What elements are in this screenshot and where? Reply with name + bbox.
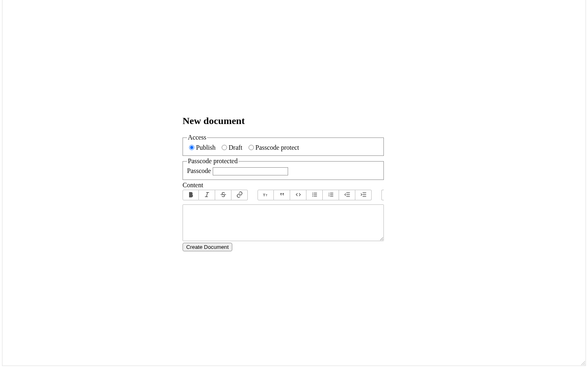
italic-icon xyxy=(203,191,211,200)
radio-passcode-label: Passcode protect xyxy=(255,144,299,151)
svg-text:3: 3 xyxy=(328,195,330,197)
toolbar-overflow[interactable] xyxy=(381,190,384,200)
svg-text:T: T xyxy=(266,193,268,196)
access-option-passcode[interactable]: Passcode protect xyxy=(247,144,299,151)
radio-publish-label: Publish xyxy=(196,144,216,151)
page-title: New document xyxy=(183,115,384,126)
toolbar-group-block: TT 123 xyxy=(258,190,372,200)
link-icon xyxy=(236,191,243,200)
passcode-label: Passcode xyxy=(187,167,211,174)
italic-button[interactable] xyxy=(199,190,215,200)
indent-button[interactable] xyxy=(355,190,372,200)
strike-button[interactable] xyxy=(215,190,231,200)
code-icon xyxy=(295,191,302,200)
number-list-button[interactable]: 123 xyxy=(323,190,339,200)
bullet-list-button[interactable] xyxy=(306,190,323,200)
toolbar-group-extra xyxy=(381,190,384,200)
indent-icon xyxy=(360,191,367,200)
toolbar-group-text xyxy=(183,190,248,200)
outdent-icon xyxy=(344,191,351,200)
number-list-icon: 123 xyxy=(327,191,335,200)
editor-toolbar: TT 123 xyxy=(183,190,384,200)
quote-icon xyxy=(278,191,286,200)
svg-point-10 xyxy=(312,194,313,195)
radio-publish[interactable] xyxy=(189,145,194,150)
link-button[interactable] xyxy=(231,190,248,200)
svg-point-11 xyxy=(312,195,313,196)
resize-handle-icon[interactable] xyxy=(579,359,586,366)
svg-text:T: T xyxy=(263,192,265,197)
code-button[interactable] xyxy=(290,190,306,200)
outdent-button[interactable] xyxy=(339,190,355,200)
access-fieldset: Access Publish Draft Passcode protect xyxy=(183,134,384,156)
svg-point-9 xyxy=(312,193,313,193)
access-option-draft[interactable]: Draft xyxy=(220,144,244,151)
bold-icon xyxy=(187,191,194,200)
create-document-button[interactable]: Create Document xyxy=(183,243,232,251)
bullet-list-icon xyxy=(311,191,318,200)
svg-line-5 xyxy=(206,192,207,197)
svg-line-2 xyxy=(584,364,585,365)
passcode-fieldset: Passcode protected Passcode xyxy=(183,157,384,180)
heading-icon: TT xyxy=(262,191,269,200)
bold-button[interactable] xyxy=(183,190,199,200)
content-editor[interactable] xyxy=(183,204,384,241)
heading-button[interactable]: TT xyxy=(258,190,274,200)
access-radio-group: Publish Draft Passcode protect xyxy=(187,144,379,151)
quote-button[interactable] xyxy=(274,190,290,200)
access-legend: Access xyxy=(187,134,207,141)
passcode-input[interactable] xyxy=(213,167,288,175)
content-label: Content xyxy=(183,182,384,189)
radio-passcode[interactable] xyxy=(249,145,254,150)
passcode-legend: Passcode protected xyxy=(187,157,238,165)
strikethrough-icon xyxy=(220,191,227,200)
access-option-publish[interactable]: Publish xyxy=(187,144,217,151)
radio-draft[interactable] xyxy=(222,145,227,150)
radio-draft-label: Draft xyxy=(229,144,242,151)
new-document-form: New document Access Publish Draft Passco… xyxy=(183,115,384,251)
